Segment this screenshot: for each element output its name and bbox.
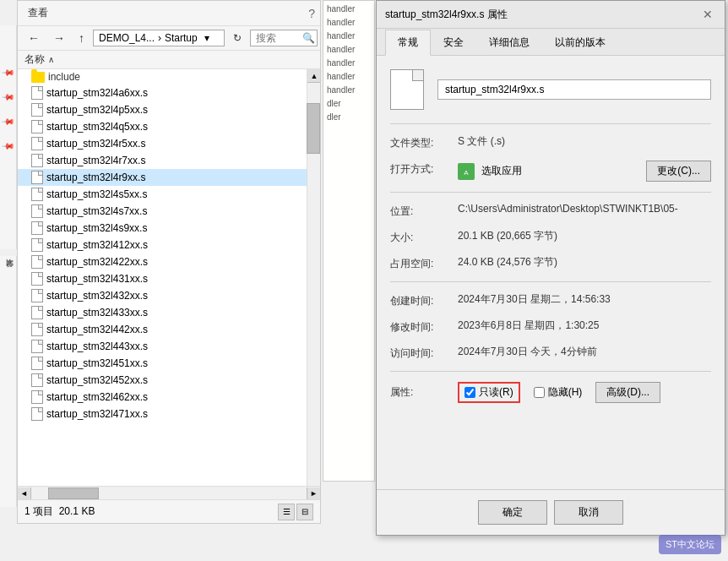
- scroll-right-button[interactable]: ►: [307, 487, 320, 499]
- readonly-checkbox[interactable]: [465, 387, 475, 398]
- forward-button[interactable]: →: [48, 30, 70, 46]
- properties-dialog: startup_stm32l4r9xx.s 属性 ✕ 常规 安全 详细信息 以前…: [376, 0, 725, 536]
- list-item[interactable]: startup_stm32l422xx.s: [18, 253, 320, 270]
- file-name: startup_stm32l451xx.s: [46, 357, 148, 369]
- tab-general[interactable]: 常规: [385, 30, 431, 56]
- list-item[interactable]: startup_stm32l451xx.s: [18, 355, 320, 372]
- readonly-checkbox-container: 只读(R): [458, 382, 520, 403]
- file-name: startup_stm32l4s9xx.s: [46, 222, 147, 234]
- confirm-button[interactable]: 确定: [478, 500, 547, 525]
- list-item[interactable]: startup_stm32l4r5xx.s: [18, 135, 320, 152]
- file-icon: [31, 103, 43, 117]
- nav-bar: ← → ↑ DEMO_L4... › Startup ▾ ↻ 🔍: [18, 26, 320, 51]
- name-column-header[interactable]: 名称: [24, 52, 45, 67]
- dialog-title: startup_stm32l4r9xx.s 属性: [385, 8, 508, 22]
- file-icon: [31, 204, 43, 218]
- tab-previous-versions[interactable]: 以前的版本: [542, 30, 618, 56]
- close-button[interactable]: ✕: [699, 6, 716, 23]
- tab-security[interactable]: 安全: [431, 30, 476, 56]
- pin-icon-2[interactable]: 📌: [1, 90, 14, 103]
- file-icon: [31, 407, 43, 421]
- file-name: startup_stm32l412xx.s: [46, 239, 148, 251]
- change-button[interactable]: 更改(C)...: [646, 161, 711, 182]
- scroll-thumb[interactable]: [307, 103, 320, 154]
- refresh-button[interactable]: ↻: [228, 30, 247, 46]
- list-item[interactable]: startup_stm32l4s5xx.s: [18, 186, 320, 203]
- list-item[interactable]: startup_stm32l462xx.s: [18, 389, 320, 406]
- code-editor-bg: handler handler handler handler handler …: [323, 0, 375, 482]
- prop-value-modified: 2023年6月8日 星期四，1:30:25: [458, 319, 711, 333]
- list-item[interactable]: startup_stm32l4q5xx.s: [18, 118, 320, 135]
- pin-icon-3[interactable]: 📌: [1, 114, 14, 128]
- prop-row-filetype: 文件类型: S 文件 (.s): [390, 134, 711, 150]
- breadcrumb-part1: DEMO_L4...: [99, 32, 155, 44]
- scroll-h-thumb[interactable]: [48, 487, 99, 499]
- readonly-label: 只读(R): [479, 385, 513, 400]
- list-item[interactable]: startup_stm32l452xx.s: [18, 372, 320, 389]
- file-icon: [31, 289, 43, 302]
- list-item[interactable]: startup_stm32l432xx.s: [18, 287, 320, 304]
- list-item-selected[interactable]: startup_stm32l4r9xx.s: [18, 169, 320, 186]
- prop-label-accessed: 访问时间:: [390, 345, 458, 361]
- list-item[interactable]: startup_stm32l431xx.s: [18, 270, 320, 287]
- list-item[interactable]: startup_stm32l433xx.s: [18, 304, 320, 321]
- file-name: startup_stm32l4s5xx.s: [46, 188, 147, 200]
- list-item[interactable]: startup_stm32l4a6xx.s: [18, 84, 320, 101]
- breadcrumb-dropdown[interactable]: ▾: [204, 32, 209, 44]
- vertical-scrollbar[interactable]: ▲: [307, 69, 320, 498]
- help-icon[interactable]: ?: [308, 7, 315, 20]
- prop-row-created: 创建时间: 2024年7月30日 星期二，14:56:33: [390, 292, 711, 308]
- up-button[interactable]: ↑: [73, 30, 90, 46]
- file-name: startup_stm32l4r5xx.s: [46, 138, 145, 150]
- file-icon: [31, 171, 43, 184]
- file-list: include startup_stm32l4a6xx.s startup_st…: [18, 69, 320, 498]
- item-count: 1 项目 20.1 KB: [24, 504, 95, 519]
- list-item[interactable]: startup_stm32l443xx.s: [18, 338, 320, 355]
- pin-icon-4[interactable]: 📌: [1, 139, 14, 152]
- breadcrumb[interactable]: DEMO_L4... › Startup ▾: [93, 30, 225, 46]
- list-item[interactable]: startup_stm32l412xx.s: [18, 237, 320, 253]
- list-item[interactable]: startup_stm32l4r7xx.s: [18, 152, 320, 169]
- view-button[interactable]: 查看: [23, 4, 53, 22]
- code-line: handler: [327, 3, 371, 16]
- hidden-checkbox[interactable]: [534, 387, 545, 398]
- prop-row-accessed: 访问时间: 2024年7月30日 今天，4分钟前: [390, 345, 711, 361]
- file-name-input[interactable]: [437, 79, 711, 100]
- file-name: startup_stm32l443xx.s: [46, 340, 148, 352]
- tab-details[interactable]: 详细信息: [476, 30, 542, 56]
- scroll-up-button[interactable]: ▲: [307, 69, 320, 83]
- competition-badge: 比赛: [0, 249, 17, 256]
- dialog-title-bar: startup_stm32l4r9xx.s 属性 ✕: [377, 1, 725, 29]
- code-line: dler: [327, 97, 371, 111]
- prop-row-disksize: 占用空间: 24.0 KB (24,576 字节): [390, 255, 711, 271]
- list-item[interactable]: startup_stm32l471xx.s: [18, 406, 320, 422]
- dialog-content: 文件类型: S 文件 (.s) 打开方式: A 选取应用 更改(C)... 位置…: [377, 56, 725, 417]
- list-item[interactable]: include: [18, 69, 320, 84]
- advanced-button[interactable]: 高级(D)...: [595, 382, 660, 403]
- cancel-button[interactable]: 取消: [554, 500, 623, 525]
- file-name: startup_stm32l4a6xx.s: [46, 87, 148, 99]
- horizontal-scrollbar[interactable]: ◄ ►: [18, 486, 320, 499]
- svg-text:A: A: [464, 169, 469, 177]
- list-item[interactable]: startup_stm32l4p5xx.s: [18, 101, 320, 118]
- list-item[interactable]: startup_stm32l4s7xx.s: [18, 203, 320, 220]
- prop-value-disksize: 24.0 KB (24,576 字节): [458, 255, 711, 270]
- file-icon: [31, 340, 43, 353]
- file-name: startup_stm32l431xx.s: [46, 273, 148, 285]
- sort-arrow-icon: ∧: [48, 55, 54, 64]
- prop-row-openwith: 打开方式: A 选取应用 更改(C)...: [390, 161, 711, 182]
- prop-label-filetype: 文件类型:: [390, 134, 458, 150]
- list-item[interactable]: startup_stm32l4s9xx.s: [18, 220, 320, 237]
- dialog-footer: 确定 取消: [377, 489, 725, 535]
- prop-label-location: 位置:: [390, 203, 458, 219]
- list-view-button[interactable]: ⊟: [296, 504, 313, 520]
- detail-view-button[interactable]: ☰: [278, 504, 295, 520]
- file-icon: [31, 373, 43, 387]
- pin-icon-1[interactable]: 📌: [1, 65, 14, 79]
- prop-value-created: 2024年7月30日 星期二，14:56:33: [458, 292, 711, 307]
- scroll-left-button[interactable]: ◄: [18, 487, 31, 499]
- list-item[interactable]: startup_stm32l442xx.s: [18, 321, 320, 338]
- file-preview-section: [390, 69, 711, 110]
- file-icon: [31, 188, 43, 201]
- back-button[interactable]: ←: [23, 30, 45, 46]
